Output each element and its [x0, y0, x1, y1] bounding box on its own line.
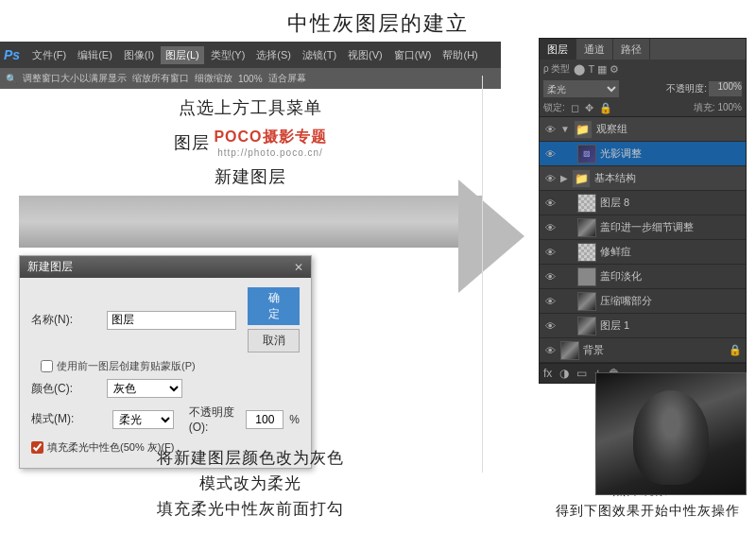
layer-thumb-8: [577, 194, 596, 213]
layer-item-group-observe[interactable]: 👁 ▼ 📁 观察组: [540, 117, 746, 142]
dialog-name-input[interactable]: [107, 311, 236, 330]
ps-toolbar2: 🔍 调整窗口大小以满屏显示 缩放所有窗口 细微缩放 100% 适合屏幕: [0, 68, 501, 89]
tab-paths[interactable]: 路径: [613, 39, 650, 60]
toolbar2-zoom-icon: 🔍: [6, 74, 17, 84]
layer-thumb-basic: 📁: [572, 169, 591, 188]
layer-thumb-light: ▨: [577, 145, 596, 163]
toolbar2-text1: 调整窗口大小以满屏显示: [23, 72, 127, 85]
layer-item-bg[interactable]: 👁 背景 🔒: [540, 338, 746, 363]
layer-name-mouth: 压缩嘴部分: [600, 294, 742, 308]
layer-item-merge-detail[interactable]: 👁 盖印进一步细节调整: [540, 215, 746, 240]
fx-icon[interactable]: fx: [543, 367, 552, 380]
eye-icon-bg[interactable]: 👁: [543, 345, 557, 356]
menu-type[interactable]: 类型(Y): [206, 46, 250, 64]
layer-item-merge-fade[interactable]: 👁 盖印淡化: [540, 265, 746, 289]
instruction-line2-prefix: 图层: [174, 131, 210, 154]
menu-view[interactable]: 视图(V): [343, 46, 387, 64]
group-arrow-observe[interactable]: ▼: [560, 124, 570, 134]
filter-icon-2[interactable]: T: [588, 63, 594, 76]
dialog-clip-checkbox[interactable]: [41, 360, 53, 372]
menu-layer[interactable]: 图层(L): [161, 46, 203, 64]
toolbar2-text4: 100%: [238, 74, 263, 84]
eye-icon-8[interactable]: 👁: [543, 198, 557, 209]
dialog-opacity-input[interactable]: [246, 410, 284, 429]
tab-layers[interactable]: 图层: [540, 39, 576, 60]
lock-icon-3[interactable]: 🔒: [599, 102, 612, 114]
image-background: [19, 196, 482, 248]
layer-item-retouch[interactable]: 👁 修鲜痘: [540, 240, 746, 265]
arrow-right-icon: [458, 180, 524, 293]
toolbar2-text2: 缩放所有窗口: [132, 72, 189, 85]
arrow-container: [454, 142, 529, 331]
layer-thumb-retouch: [577, 243, 596, 262]
new-layer-dialog: 新建图层 ✕ 名称(N): 确定 取消 使用前一图层创建剪贴蒙版(P) 颜色(C…: [19, 255, 312, 469]
new-group-icon[interactable]: ▭: [576, 367, 587, 380]
group-arrow-basic[interactable]: ▶: [560, 173, 568, 183]
menu-help[interactable]: 帮助(H): [438, 46, 482, 64]
eye-icon-mouth[interactable]: 👁: [543, 296, 557, 307]
lock-row: 锁定: ◻ ✥ 🔒 填充: 100%: [540, 99, 746, 117]
layers-filter-icons: ⬤ T ▦ ⚙: [574, 63, 619, 76]
lock-label: 锁定:: [543, 101, 565, 114]
menu-image[interactable]: 图像(I): [119, 46, 159, 64]
layer-name-bg: 背景: [583, 343, 725, 357]
layer-item-1[interactable]: 👁 图层 1: [540, 314, 746, 338]
layer-name-light: 光影调整: [600, 146, 742, 161]
portrait-image: [595, 372, 747, 495]
layer-item-8[interactable]: 👁 图层 8: [540, 191, 746, 215]
tab-channels[interactable]: 通道: [576, 39, 613, 60]
add-adjustment-icon[interactable]: ◑: [559, 367, 569, 380]
dialog-mode-label: 模式(M):: [31, 411, 107, 427]
dialog-color-row: 颜色(C): 灰色 无 红色 橙色 黄色 绿色 蓝色: [31, 379, 300, 398]
toolbar2-text5: 适合屏幕: [268, 72, 306, 85]
eye-icon-light[interactable]: 👁: [543, 148, 557, 160]
dialog-color-select[interactable]: 灰色 无 红色 橙色 黄色 绿色 蓝色: [107, 379, 182, 398]
menu-file[interactable]: 文件(F): [27, 46, 71, 64]
layers-tabs: 图层 通道 路径: [540, 39, 746, 60]
layer-item-light-adjust[interactable]: 👁 ▨ 光影调整: [540, 142, 746, 166]
dialog-body: 名称(N): 确定 取消 使用前一图层创建剪贴蒙版(P) 颜色(C): 灰色 无…: [20, 278, 311, 468]
bottom-line2: 模式改为柔光: [0, 473, 501, 494]
eye-icon-1[interactable]: 👁: [543, 320, 557, 332]
layer-item-group-basic[interactable]: 👁 ▶ 📁 基本结构: [540, 166, 746, 191]
dialog-checkbox-label: 使用前一图层创建剪贴蒙版(P): [57, 359, 196, 373]
bg-lock-icon: 🔒: [729, 344, 742, 356]
eye-icon-basic[interactable]: 👁: [543, 173, 557, 184]
layer-name-basic: 基本结构: [594, 171, 742, 185]
eye-icon-observe[interactable]: 👁: [543, 124, 557, 135]
instruction-line2: 图层 POCO摄影专题 http://photo.poco.cn/: [0, 127, 501, 158]
dialog-mode-select[interactable]: 柔光 正常 叠加: [112, 410, 174, 429]
layer-thumb-1: [577, 317, 596, 335]
layer-name-observe: 观察组: [596, 122, 742, 136]
eye-icon-fade[interactable]: 👁: [543, 271, 557, 283]
layer-thumb-mouth: [577, 292, 596, 311]
menu-filter[interactable]: 滤镜(T): [298, 46, 341, 64]
dialog-close-button[interactable]: ✕: [294, 261, 303, 274]
filter-icon-4[interactable]: ⚙: [610, 63, 619, 76]
dialog-cancel-button[interactable]: 取消: [248, 329, 300, 352]
opacity-label: 不透明度:: [666, 82, 707, 95]
opacity-control: 不透明度: 100%: [666, 81, 742, 96]
filter-icon-1[interactable]: ⬤: [574, 63, 585, 76]
fill-value: 填充: 100%: [694, 101, 742, 114]
eye-icon-merge[interactable]: 👁: [543, 222, 557, 233]
right-panel: 图层 通道 路径 ρ 类型 ⬤ T ▦ ⚙ 柔光 正常 不透明度: 100%: [539, 38, 756, 384]
dialog-confirm-button[interactable]: 确定: [248, 287, 300, 325]
layer-name-1: 图层 1: [600, 318, 742, 333]
lock-icon-1[interactable]: ◻: [571, 102, 579, 114]
poco-logo: POCO摄影专题 http://photo.poco.cn/: [214, 127, 326, 158]
lock-icon-2[interactable]: ✥: [585, 102, 593, 114]
ps-menu: 文件(F) 编辑(E) 图像(I) 图层(L) 类型(Y) 选择(S) 滤镜(T…: [27, 46, 483, 64]
layer-name-8: 图层 8: [600, 196, 742, 210]
dialog-mode-row: 模式(M): 柔光 正常 叠加 不透明度(O): %: [31, 404, 300, 434]
eye-icon-retouch[interactable]: 👁: [543, 247, 557, 258]
dialog-title: 新建图层: [27, 259, 73, 275]
menu-edit[interactable]: 编辑(E): [73, 46, 117, 64]
layer-item-compress-mouth[interactable]: 👁 压缩嘴部分: [540, 289, 746, 314]
layer-name-merge: 盖印进一步细节调整: [600, 220, 742, 234]
filter-icon-3[interactable]: ▦: [597, 63, 607, 76]
menu-window[interactable]: 窗口(W): [389, 46, 437, 64]
menu-select[interactable]: 选择(S): [251, 46, 296, 64]
blend-mode-select[interactable]: 柔光 正常: [543, 80, 619, 97]
layer-thumb-bg: [560, 341, 579, 360]
